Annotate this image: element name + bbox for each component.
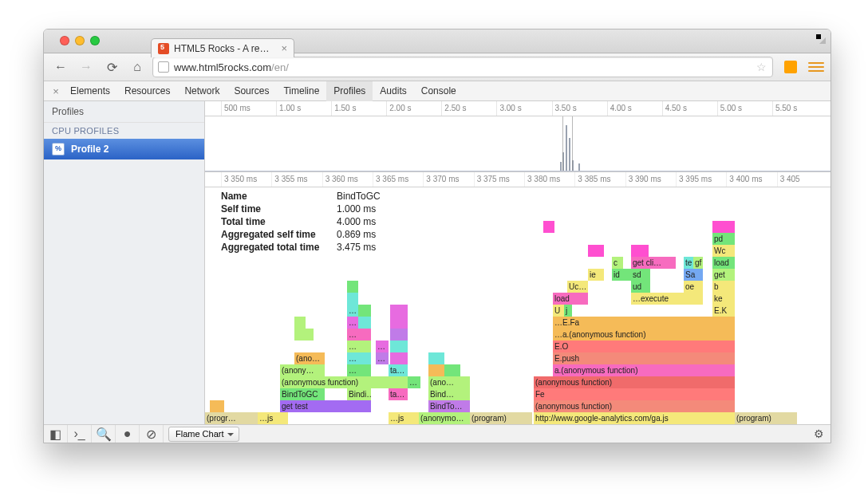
detail-ruler[interactable]: 3 350 ms3 355 ms3 360 ms3 365 ms3 370 ms… (205, 172, 831, 187)
flame-cell[interactable]: te (684, 257, 693, 269)
flame-cell[interactable]: ta… (389, 388, 408, 400)
search-button[interactable]: 🔍 (92, 425, 116, 443)
flame-cell[interactable] (390, 341, 408, 352)
bookmark-star-icon[interactable]: ☆ (755, 61, 767, 73)
flame-cell[interactable]: BindTo… (428, 400, 470, 412)
flame-cell[interactable] (543, 221, 554, 233)
menu-button[interactable] (808, 62, 824, 72)
flame-cell[interactable]: …execute (631, 293, 703, 305)
flame-cell[interactable] (631, 245, 649, 257)
home-button[interactable]: ⌂ (127, 57, 148, 77)
flame-cell[interactable]: … (376, 352, 389, 364)
flame-cell[interactable]: … (347, 364, 371, 376)
flame-cell[interactable]: BindToGC (280, 388, 325, 400)
devtab-elements[interactable]: Elements (63, 81, 117, 101)
flame-cell[interactable]: (anonymous function) (534, 400, 735, 412)
flame-cell[interactable]: … (347, 329, 371, 341)
flame-cell[interactable]: E.K (712, 305, 735, 317)
flame-cell[interactable]: j (564, 305, 572, 317)
flame-cell[interactable]: (ano… (428, 376, 470, 388)
flame-cell[interactable]: sd (631, 269, 650, 281)
forward-button[interactable]: → (76, 57, 97, 77)
flame-cell[interactable]: …js (258, 412, 288, 424)
flame-cell[interactable]: ta… (389, 364, 408, 376)
flame-cell[interactable]: Sa (684, 269, 703, 281)
minimize-window-button[interactable] (75, 36, 85, 45)
flame-cell[interactable] (210, 400, 224, 412)
flame-cell[interactable]: … (347, 352, 371, 364)
flame-cell[interactable] (588, 245, 604, 257)
flame-cell[interactable]: Bind… (428, 388, 470, 400)
flame-cell[interactable]: get (712, 269, 735, 281)
flame-cell[interactable]: U (553, 305, 564, 317)
flame-cell[interactable]: E.push (553, 352, 735, 364)
sidebar-item-profile-2[interactable]: Profile 2 (44, 139, 204, 159)
devtools-close-icon[interactable]: × (49, 85, 63, 97)
flame-cell[interactable]: ke (712, 293, 735, 305)
devtab-profiles[interactable]: Profiles (326, 81, 373, 101)
flame-cell[interactable]: pd (712, 233, 735, 245)
overview-ruler[interactable]: 500 ms1.00 s1.50 s2.00 s2.50 s3.00 s3.50… (205, 101, 831, 116)
flame-cell[interactable] (390, 352, 408, 364)
flame-cell[interactable] (358, 317, 371, 329)
flame-cell[interactable]: (anonymous function) (534, 376, 735, 388)
flame-cell[interactable]: http://www.google-analytics.com/ga.js (534, 412, 735, 424)
settings-gear-icon[interactable]: ⚙ (814, 427, 824, 440)
flame-cell[interactable]: (program) (735, 412, 797, 424)
devtab-console[interactable]: Console (414, 81, 464, 101)
flame-cell[interactable]: Bindi… (347, 388, 371, 400)
clear-button[interactable]: ⊘ (140, 425, 164, 443)
flame-cell[interactable] (390, 329, 408, 341)
back-button[interactable]: ← (50, 57, 71, 77)
flame-cell[interactable]: … (376, 341, 389, 352)
devtab-timeline[interactable]: Timeline (276, 81, 326, 101)
flame-cell[interactable] (428, 352, 444, 364)
devtab-audits[interactable]: Audits (373, 81, 413, 101)
flame-cell[interactable] (390, 305, 408, 317)
flame-cell[interactable] (444, 364, 460, 376)
flame-cell[interactable] (294, 317, 306, 329)
dock-button[interactable]: ◧ (44, 425, 68, 443)
flame-cell[interactable]: load (712, 257, 735, 269)
flame-cell[interactable]: Uc… (567, 281, 588, 293)
flame-cell[interactable] (428, 364, 444, 376)
flame-cell[interactable] (294, 329, 306, 341)
flame-cell[interactable]: (ano… (294, 352, 325, 364)
record-button[interactable]: ● (116, 425, 140, 443)
url-input[interactable]: www.html5rocks.com/en/ ☆ (152, 57, 773, 77)
flame-cell[interactable]: Fe (534, 388, 735, 400)
flame-cell[interactable]: … (408, 376, 420, 388)
flame-cell[interactable] (306, 329, 314, 341)
flame-cell[interactable]: …a.(anonymous function) (553, 329, 735, 341)
flame-cell[interactable]: ud (631, 281, 650, 293)
browser-tab[interactable]: HTML5 Rocks - A resource × (151, 38, 294, 57)
flame-cell[interactable]: (program) (470, 412, 532, 424)
extension-icon[interactable] (784, 61, 797, 73)
flame-cell[interactable]: … (347, 317, 358, 329)
flame-cell[interactable]: gf (693, 257, 703, 269)
reload-button[interactable]: ⟳ (101, 57, 122, 77)
flame-cell[interactable]: E.O (553, 341, 735, 352)
devtab-resources[interactable]: Resources (117, 81, 177, 101)
tab-close-icon[interactable]: × (281, 42, 287, 54)
flame-cell[interactable]: load (553, 293, 588, 305)
flame-cell[interactable]: (progr… (205, 412, 258, 424)
flame-cell[interactable] (358, 305, 371, 317)
flame-cell[interactable] (712, 221, 735, 233)
devtab-network[interactable]: Network (177, 81, 227, 101)
flame-cell[interactable]: … (347, 305, 358, 317)
flame-cell[interactable]: oe (684, 281, 703, 293)
flame-cell[interactable]: ie (588, 269, 604, 281)
flame-cell[interactable]: get cli… (631, 257, 676, 269)
flame-cell[interactable]: …js (389, 412, 419, 424)
flame-cell[interactable]: Wc (712, 245, 735, 257)
flame-cell[interactable]: get test (280, 400, 371, 412)
devtab-sources[interactable]: Sources (227, 81, 276, 101)
view-select[interactable]: Flame Chart (168, 427, 239, 442)
flame-cell[interactable]: …E.Fa (553, 317, 735, 329)
flame-cell[interactable] (347, 293, 358, 305)
flame-cell[interactable]: (anonymous function) (280, 376, 414, 388)
zoom-window-button[interactable] (90, 36, 100, 45)
flame-cell[interactable]: c (612, 257, 623, 269)
flame-chart[interactable]: NameBindToGC Self time1.000 ms Total tim… (205, 187, 831, 424)
